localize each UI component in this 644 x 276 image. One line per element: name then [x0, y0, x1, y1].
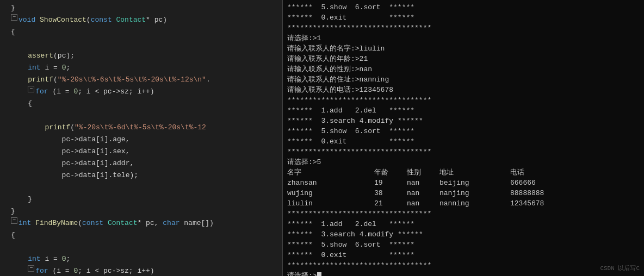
code-line	[11, 241, 278, 253]
watermark: CSDN 以后写C	[600, 264, 640, 274]
code-line: {	[11, 229, 278, 241]
terminal-line: ****** 1.add 2.del ******	[287, 105, 640, 116]
fold-icon[interactable]: −	[11, 14, 17, 21]
code-line: int i = 0;	[11, 253, 278, 265]
terminal-line: 请选择:>1	[287, 33, 640, 43]
code-line: printf("%-20s\t%-6d\t%-5s\t%-20s\t%-12	[11, 122, 278, 134]
terminal-line: **********************************	[287, 260, 640, 271]
code-line: int i = 0;	[11, 62, 278, 74]
code-line: pc->data[i].age,	[11, 134, 278, 146]
terminal-line: ****** 5.show 6.sort ******	[287, 126, 640, 136]
fold-icon[interactable]: −	[28, 265, 34, 272]
terminal-line: ****** 5.show 6.sort ******	[287, 240, 640, 250]
terminal-line: 请输入联系人的性别:>nan	[287, 64, 640, 74]
code-line: {	[11, 26, 278, 38]
terminal-line: wujing38nannanjing88888888	[287, 188, 640, 198]
terminal-line: **********************************	[287, 209, 640, 219]
code-line: pc->data[i].sex,	[11, 146, 278, 158]
terminal: ****** 5.show 6.sort ****** ****** 0.exi…	[283, 0, 644, 276]
code-line: assert(pc);	[11, 50, 278, 62]
fold-icon[interactable]: −	[28, 86, 34, 92]
code-line: −int FindByName(const Contact* pc, char …	[11, 217, 278, 229]
terminal-line: **********************************	[287, 147, 640, 157]
terminal-line: **********************************	[287, 23, 640, 33]
terminal-line: ****** 1.add 2.del ******	[287, 219, 640, 229]
terminal-line: 请输入联系人的年龄:>21	[287, 54, 640, 64]
terminal-line: ****** 0.exit ******	[287, 250, 640, 260]
fold-icon[interactable]: −	[11, 217, 17, 224]
terminal-line: liulin21nannanning12345678	[287, 198, 640, 209]
terminal-line: 请输入联系人的住址:>nanning	[287, 74, 640, 85]
code-line: {	[11, 98, 278, 110]
code-line: printf("%-20s\t%-6s\t%-5s\t%-20s\t%-12s\…	[11, 74, 278, 86]
terminal-line: zhansan19nanbeijing666666	[287, 178, 640, 188]
code-line	[11, 38, 278, 50]
terminal-line: 请输入联系人的名字:>liulin	[287, 43, 640, 54]
terminal-line: ****** 0.exit ******	[287, 136, 640, 147]
terminal-line: 请选择:>5	[287, 157, 640, 167]
code-line: }	[11, 205, 278, 217]
code-editor: } −void ShowContact(const Contact* pc) {…	[0, 0, 283, 276]
code-line: pc->data[i].tele);	[11, 170, 278, 181]
terminal-line: 名字年龄性别地址电话	[287, 167, 640, 178]
code-line: pc->data[i].addr,	[11, 158, 278, 170]
terminal-line: ****** 5.show 6.sort ******	[287, 2, 640, 12]
terminal-line: ****** 0.exit ******	[287, 12, 640, 23]
terminal-line: ****** 3.search 4.modify ******	[287, 116, 640, 126]
code-line: −void ShowContact(const Contact* pc)	[11, 14, 278, 26]
code-line: −for (i = 0; i < pc->sz; i++)	[11, 265, 278, 276]
code-line: −for (i = 0; i < pc->sz; i++)	[11, 86, 278, 98]
terminal-line: ****** 3.search 4.modify ******	[287, 229, 640, 240]
code-line	[11, 110, 278, 122]
code-line: }	[11, 2, 278, 14]
code-line	[11, 181, 278, 193]
terminal-line: 请选择:>	[287, 271, 640, 276]
terminal-line: 请输入联系人的电话:>12345678	[287, 85, 640, 95]
code-line: }	[11, 193, 278, 205]
terminal-line: **********************************	[287, 95, 640, 105]
